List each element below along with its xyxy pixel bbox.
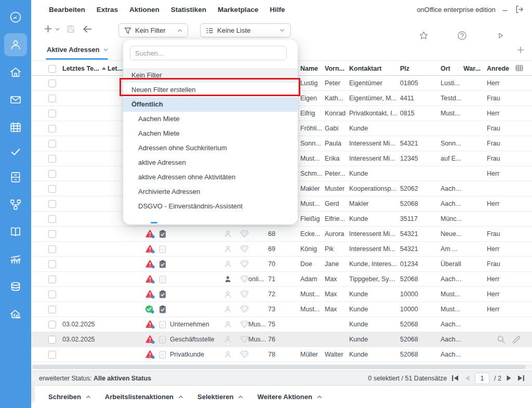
column-header-last2[interactable]: Let... (108, 61, 125, 76)
filter-option-neuen-filter-erstellen[interactable]: Neuen Filter erstellen (123, 83, 298, 97)
table-row[interactable]: 70DoeJaneKunde, Interes...01234ÜberallFr… (31, 257, 532, 272)
table-row[interactable]: Privatkunde78MüllerWalterKunde52068Aach.… (31, 347, 532, 362)
sidebar-item-stats[interactable] (4, 248, 27, 271)
row-checkbox[interactable] (48, 306, 56, 313)
tutorial-play-icon[interactable] (495, 30, 506, 41)
filter-option-aachen-miete[interactable]: Aachen Miete (123, 112, 298, 126)
sidebar-item-calendar[interactable] (4, 116, 27, 139)
sidebar-item-houseLaptop[interactable] (4, 303, 27, 326)
column-settings-grid-icon[interactable] (515, 64, 524, 72)
cell-plz: 52062 (400, 181, 431, 196)
row-checkbox[interactable] (48, 291, 56, 298)
row-checkbox[interactable] (48, 260, 56, 268)
table-row[interactable]: 72Must...MaxKunde10000Must...Herr (31, 287, 532, 302)
column-header-last-contact[interactable]: Letztes Te... (62, 61, 102, 76)
table-row[interactable]: 03.02.2025UnternehmenMus...75Kunde52068A… (31, 317, 532, 332)
row-checkbox[interactable] (48, 155, 56, 163)
pagination-first-icon[interactable] (451, 375, 459, 381)
sidebar-item-cabinet[interactable] (4, 166, 27, 189)
cell-plz: 12345 (400, 151, 431, 166)
favorite-star-icon[interactable] (418, 30, 429, 41)
row-checkbox[interactable] (48, 215, 56, 223)
row-checkbox[interactable] (48, 80, 56, 87)
pagination-prev-icon[interactable] (464, 375, 470, 381)
filter-option-kein-filter[interactable]: Kein Filter (123, 68, 298, 83)
cell-vorname: Gerd (325, 196, 348, 212)
action-schreiben[interactable]: Schreiben (48, 393, 91, 401)
menu-item-bearbeiten[interactable]: Bearbeiten (49, 6, 85, 14)
sidebar-item-network[interactable] (4, 193, 27, 216)
row-checkbox[interactable] (48, 95, 56, 102)
sidebar-item-database[interactable] (4, 275, 27, 298)
action-weitere-aktionen[interactable]: Weitere Aktionen (257, 393, 322, 401)
column-header-ort[interactable]: Ort (441, 61, 462, 76)
new-record-icon[interactable] (44, 24, 52, 33)
cell-record-number: 71 (258, 272, 275, 287)
column-header-name[interactable]: Name (300, 61, 324, 76)
logout-icon[interactable] (514, 4, 525, 15)
add-tab-icon[interactable] (516, 46, 525, 56)
filter-option-aktive-adressen-ohne-aktivitäten[interactable]: aktive Adressen ohne Aktivitäten (123, 170, 298, 185)
row-checkbox[interactable] (48, 336, 56, 344)
column-header-anrede[interactable]: Anrede (487, 61, 514, 76)
sidebar-item-logo[interactable] (4, 6, 27, 29)
row-checkbox[interactable] (48, 110, 56, 117)
sidebar-item-book[interactable] (4, 220, 27, 243)
sidebar-item-check[interactable] (4, 140, 27, 163)
column-header-warnung[interactable]: War... (463, 61, 484, 76)
pagination-last-icon[interactable] (517, 375, 525, 381)
column-header-kontaktart[interactable]: Kontaktart (349, 61, 398, 76)
horizontal-scrollbar-thumb[interactable] (32, 365, 526, 369)
sidebar-item-mail[interactable] (4, 88, 27, 111)
filter-dropdown-button[interactable]: Kein Filter (118, 23, 188, 37)
worklist-dropdown-button[interactable]: Keine Liste (200, 23, 291, 37)
row-checkbox[interactable] (48, 321, 56, 328)
row-edit-pencil-icon[interactable] (512, 335, 521, 344)
filter-option-aachen-miete[interactable]: Aachen Miete (123, 126, 298, 141)
sidebar-item-home[interactable] (4, 61, 27, 84)
filter-search-input[interactable] (130, 46, 287, 60)
filter-option-aktive-adressen[interactable]: aktive Adressen (123, 155, 298, 170)
new-record-chevron-icon[interactable] (55, 27, 60, 32)
table-row[interactable]: 68Ecke...AuroraInteressent Mi...54321Neu… (31, 227, 532, 242)
panel-collapse-handle[interactable] (31, 380, 35, 403)
sidebar-item-person[interactable] (4, 33, 27, 56)
row-checkbox[interactable] (48, 200, 56, 208)
table-row[interactable]: 69KönigPikInteressent Mi...54321Am ...He… (31, 242, 532, 257)
menu-item-statistiken[interactable]: Statistiken (171, 6, 206, 14)
column-header-plz[interactable]: Plz (400, 61, 431, 76)
tab-aktive-adressen[interactable]: Aktive Adressen (47, 46, 109, 54)
page-number-input[interactable]: 1 (475, 373, 489, 384)
row-checkbox[interactable] (48, 245, 56, 253)
menu-item-aktionen[interactable]: Aktionen (129, 6, 159, 14)
pagination-next-icon[interactable] (506, 375, 512, 381)
filter-option-öffentlich[interactable]: Öffentlich (123, 97, 298, 112)
table-row[interactable]: 03.02.2025GeschäftsstelleMus...76Kunde52… (31, 332, 532, 347)
minimize-button[interactable]: – (503, 5, 507, 14)
row-checkbox[interactable] (48, 351, 56, 359)
row-checkbox[interactable] (48, 170, 56, 178)
filter-option-archivierte-adressen[interactable]: Archivierte Adressen (123, 185, 298, 199)
back-arrow-icon[interactable] (83, 24, 92, 34)
action-selektieren[interactable]: Selektieren (197, 393, 244, 401)
row-checkbox[interactable] (48, 185, 56, 193)
cell-contact-category (170, 272, 223, 287)
action-arbeitslistenaktionen[interactable]: Arbeitslistenaktionen (105, 393, 184, 401)
sort-ascending-icon[interactable] (102, 67, 106, 70)
menu-item-hilfe[interactable]: Hilfe (270, 6, 285, 14)
select-all-checkbox[interactable] (48, 65, 56, 73)
help-icon[interactable] (457, 30, 468, 41)
row-checkbox[interactable] (48, 230, 56, 238)
menu-item-marketplace[interactable]: Marketplace (218, 6, 258, 14)
table-row[interactable]: onli...71AdamMaxTippgeber, Syst...52068A… (31, 272, 532, 287)
row-search-icon[interactable] (497, 335, 506, 344)
column-header-vorname[interactable]: Vorn... (325, 61, 348, 76)
table-row[interactable]: 73Must...MaxKunde10000Must...Herr (31, 302, 532, 317)
cell-vorname: Elfrie... (325, 212, 348, 227)
row-checkbox[interactable] (48, 125, 56, 133)
filter-option-adressen-ohne-suchkriterium[interactable]: Adressen ohne Suchkriterium (123, 141, 298, 155)
filter-option-dsgvo-einverständnis-assistent[interactable]: DSGVO - Einverständnis-Assistent (123, 199, 298, 214)
row-checkbox[interactable] (48, 140, 56, 148)
menu-item-extras[interactable]: Extras (97, 6, 118, 14)
row-checkbox[interactable] (48, 275, 56, 283)
